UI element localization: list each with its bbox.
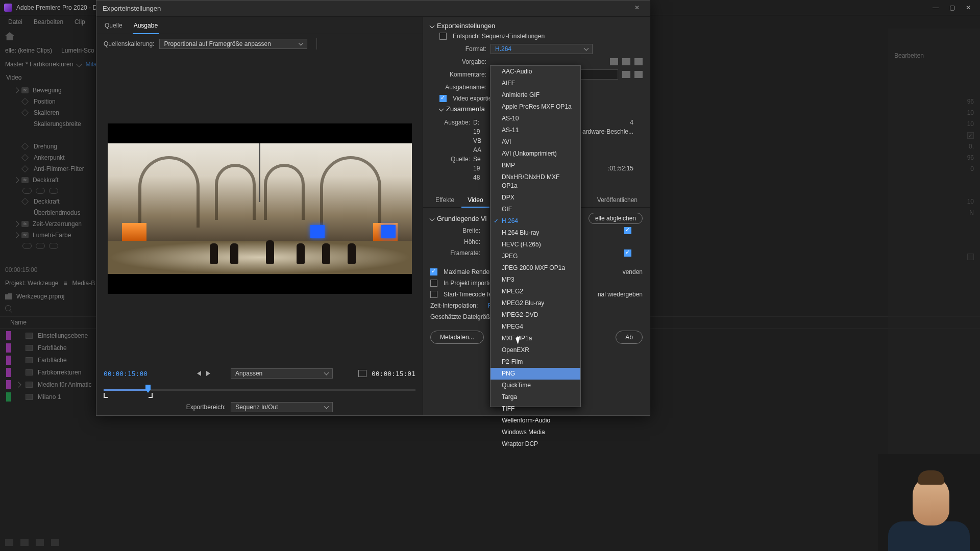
max-render-checkbox[interactable]: [430, 268, 437, 276]
save-preset-icon[interactable]: [622, 58, 630, 65]
out-marker-icon[interactable]: [149, 393, 153, 398]
close-window-button[interactable]: ✕: [965, 4, 972, 11]
format-option[interactable]: JPEG: [491, 251, 580, 262]
import-project-checkbox[interactable]: [430, 280, 437, 287]
play-icon[interactable]: [206, 371, 210, 376]
format-option[interactable]: BMP: [491, 160, 580, 171]
twirl-icon[interactable]: [13, 87, 19, 93]
format-option[interactable]: Wraptor DCP: [491, 438, 580, 450]
pen-mask-icon[interactable]: [49, 188, 58, 194]
format-option[interactable]: H.264: [491, 215, 580, 227]
format-option[interactable]: MPEG2 Blu-ray: [491, 297, 580, 309]
video-export-checkbox[interactable]: [439, 95, 447, 102]
format-option[interactable]: PNG: [491, 368, 580, 380]
twirl-icon[interactable]: [13, 221, 19, 227]
start-timecode-checkbox[interactable]: [430, 291, 437, 298]
keyframe-icon[interactable]: [21, 198, 29, 205]
format-option[interactable]: AS-10: [491, 113, 580, 124]
label-swatch[interactable]: [6, 368, 11, 377]
match-sequence-checkbox[interactable]: [439, 33, 447, 40]
format-option[interactable]: AIFF: [491, 78, 580, 89]
format-dropdown-list[interactable]: AAC-AudioAIFFAnimierte GIFApple ProRes M…: [490, 65, 581, 407]
twirl-icon[interactable]: [13, 232, 19, 238]
format-option[interactable]: DPX: [491, 192, 580, 204]
format-option[interactable]: TIFF: [491, 403, 580, 415]
abbrechen-button[interactable]: Ab: [616, 331, 643, 344]
format-option[interactable]: GIF: [491, 204, 580, 215]
rect-mask-icon[interactable]: [36, 243, 45, 249]
minimize-button[interactable]: —: [932, 4, 939, 11]
browse-icon[interactable]: [634, 71, 643, 78]
rect-mask-icon[interactable]: [36, 188, 45, 194]
in-marker-icon[interactable]: [104, 393, 108, 398]
export-settings-header[interactable]: Exporteinstellungen: [430, 21, 643, 31]
format-option[interactable]: DNxHR/DNxHD MXF OP1a: [491, 171, 580, 192]
format-option[interactable]: HEVC (H.265): [491, 239, 580, 251]
delete-preset-icon[interactable]: [634, 58, 643, 65]
label-swatch[interactable]: [6, 343, 11, 353]
zoom-slider-icon[interactable]: [51, 539, 59, 546]
tab-bearbeiten[interactable]: Bearbeiten: [888, 49, 980, 62]
framerate-match-checkbox[interactable]: [624, 249, 631, 257]
list-view-icon[interactable]: [5, 539, 13, 546]
icon-view-icon[interactable]: [20, 539, 29, 546]
keyframe-icon[interactable]: [21, 143, 29, 150]
tab-video[interactable]: Video: [461, 193, 489, 208]
pen-mask-icon[interactable]: [49, 243, 58, 249]
keyframe-icon[interactable]: [21, 98, 29, 105]
step-back-icon[interactable]: [197, 371, 201, 376]
keyframe-icon[interactable]: [21, 165, 29, 172]
format-option[interactable]: Wellenform-Audio: [491, 415, 580, 427]
ellipse-mask-icon[interactable]: [22, 243, 32, 249]
playhead-icon[interactable]: [145, 385, 151, 393]
format-option[interactable]: AS-11: [491, 124, 580, 136]
format-option[interactable]: AAC-Audio: [491, 66, 580, 78]
keyframe-icon[interactable]: [21, 154, 29, 161]
twirl-icon[interactable]: [13, 177, 19, 183]
width-match-checkbox[interactable]: [624, 227, 631, 234]
format-option[interactable]: P2-Film: [491, 356, 580, 368]
format-option[interactable]: Apple ProRes MXF OP1a: [491, 101, 580, 113]
out-timecode[interactable]: 00:00:15:01: [372, 370, 415, 378]
metadata-button[interactable]: Metadaten...: [430, 331, 484, 344]
chevron-down-icon[interactable]: [77, 61, 82, 67]
format-option[interactable]: OpenEXR: [491, 344, 580, 356]
label-swatch[interactable]: [6, 392, 11, 402]
in-timecode[interactable]: 00:00:15:00: [104, 370, 148, 378]
tab-quelle[interactable]: Quelle: [104, 20, 124, 34]
format-option[interactable]: MP3: [491, 274, 580, 286]
label-swatch[interactable]: [6, 331, 11, 340]
preview-track[interactable]: [104, 384, 415, 396]
format-option[interactable]: MXF OP1a: [491, 333, 580, 344]
ellipse-mask-icon[interactable]: [22, 188, 32, 194]
format-option[interactable]: MPEG4: [491, 321, 580, 333]
format-option[interactable]: MPEG2: [491, 286, 580, 297]
twirl-icon[interactable]: [15, 382, 21, 387]
match-source-button[interactable]: elle abgleichen: [589, 213, 643, 224]
menu-bearbeiten[interactable]: Bearbeiten: [29, 17, 68, 27]
menu-clip[interactable]: Clip: [69, 17, 90, 27]
format-option[interactable]: MPEG2-DVD: [491, 309, 580, 321]
range-dropdown[interactable]: Sequenz In/Out: [231, 402, 333, 412]
freeform-view-icon[interactable]: [36, 539, 44, 546]
format-option[interactable]: Animierte GIF: [491, 89, 580, 101]
menu-datei[interactable]: Datei: [3, 17, 28, 27]
format-option[interactable]: QuickTime: [491, 380, 580, 391]
label-swatch[interactable]: [6, 356, 11, 365]
aspect-icon[interactable]: [358, 370, 366, 377]
tab-media-browser[interactable]: Media-B: [72, 280, 95, 287]
folder-icon[interactable]: [622, 71, 630, 78]
tab-veroeffentlichen[interactable]: Veröffentlichen: [591, 193, 644, 207]
tab-projekt[interactable]: Projekt: Werkzeuge: [5, 280, 59, 287]
format-option[interactable]: AVI: [491, 136, 580, 148]
home-icon[interactable]: [5, 32, 14, 40]
scaling-dropdown[interactable]: Proportional auf Framegröße anpassen: [159, 39, 307, 49]
format-option[interactable]: Targa: [491, 391, 580, 403]
tab-ausgabe[interactable]: Ausgabe: [133, 20, 159, 34]
format-option[interactable]: H.264 Blu-ray: [491, 227, 580, 239]
format-option[interactable]: JPEG 2000 MXF OP1a: [491, 262, 580, 274]
keyframe-icon[interactable]: [21, 109, 29, 116]
fit-dropdown[interactable]: Anpassen: [231, 368, 333, 379]
import-preset-icon[interactable]: [610, 58, 618, 65]
format-option[interactable]: AVI (Unkomprimiert): [491, 148, 580, 160]
